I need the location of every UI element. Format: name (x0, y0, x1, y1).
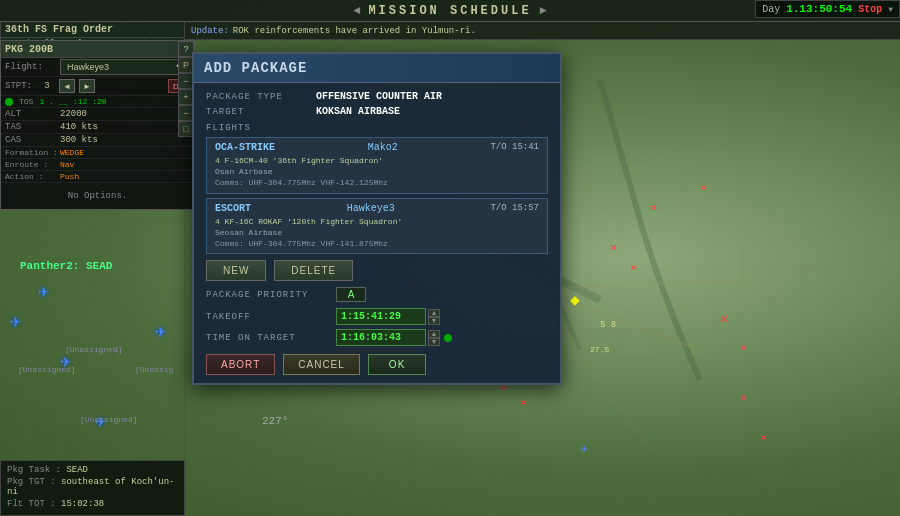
pkg-tgt-label: Pkg TGT : (7, 477, 56, 487)
flight1-to: T/O 15:41 (490, 142, 539, 153)
map-marker-6: ✕ (610, 240, 617, 255)
time-dropdown-arrow[interactable]: ▼ (888, 5, 893, 14)
map-marker-12: ✕ (520, 395, 527, 410)
pkg-enroute-label: Enroute : (5, 160, 60, 169)
flight1-detail: 4 F-16CM-40 '36th Fighter Squadron' Osan… (215, 155, 539, 189)
map-marker-blue-1: ✈ (580, 440, 588, 457)
pkg-action-row: Action : Push (1, 171, 194, 183)
tos-indicator (5, 98, 13, 106)
takeoff-input[interactable] (336, 308, 426, 325)
right-arrow: ► (540, 4, 547, 18)
flt-tot-row: Flt TOT : 15:02:38 (7, 499, 178, 509)
flight2-callsign: Hawkeye3 (347, 203, 395, 214)
left-panel-title: 36th FS Frag Order (1, 22, 184, 38)
flight-block-1: OCA-STRIKE Mako2 T/O 15:41 4 F-16CM-40 '… (206, 137, 548, 194)
ok-button[interactable]: OK (368, 354, 426, 375)
takeoff-up-arrow[interactable]: ▲ (428, 309, 440, 317)
pkg-cas-value: 300 kts (60, 135, 190, 145)
map-marker-14: ✕ (760, 430, 767, 445)
pkg-tas-label: TAS (5, 122, 60, 132)
pkg-tos-label: TOS (19, 97, 33, 106)
flight2-comms: Comms: UHF-304.775Mhz VHF-141.875Mhz (215, 238, 539, 249)
flight1-aircraft: 4 F-16CM-40 '36th Fighter Squadron' (215, 155, 539, 166)
pkg-alt-label: ALT (5, 109, 60, 119)
map-marker-13: ✕ (740, 390, 747, 405)
takeoff-label: Takeoff (206, 312, 336, 322)
pkg-tgt-row: Pkg TGT : southeast of Koch'un-ni (7, 477, 178, 497)
pkg-enroute-row: Enroute : Nav (1, 159, 194, 171)
new-flight-button[interactable]: New (206, 260, 266, 281)
pkg-stpt-label: STPT: (5, 81, 35, 91)
dialog-bottom-buttons: Abort Cancel OK (206, 354, 548, 375)
map-marker-7: ✕ (630, 260, 637, 275)
pkg-flight-select[interactable]: Hawkeye3 (60, 59, 190, 75)
flight1-base: Osan Airbase (215, 166, 539, 177)
target-value: Koksan Airbase (316, 106, 400, 117)
pkg-enroute-value: Nav (60, 160, 74, 169)
map-marker-4: ✕ (720, 310, 728, 327)
pkg-flight-row: Flight: Hawkeye3 (1, 58, 194, 77)
unassigned-label-4: [Unassigned] (80, 415, 138, 424)
pkg-cas-label: CAS (5, 135, 60, 145)
pkg-panel-title: PKG 200B (5, 44, 53, 55)
pkg-panel-header: PKG 200B ✕ (1, 41, 194, 58)
abort-button[interactable]: Abort (206, 354, 275, 375)
takeoff-row: Takeoff ▲ ▼ (206, 308, 548, 325)
unassigned-label-3: [Unassig (135, 365, 173, 374)
tot-row: Time On Target ▲ ▼ (206, 329, 548, 346)
tot-down-arrow[interactable]: ▼ (428, 338, 440, 346)
pkg-action-value: Push (60, 172, 79, 181)
cancel-button[interactable]: Cancel (283, 354, 360, 375)
pkg-task-label: Pkg Task : (7, 465, 61, 475)
tot-indicator (444, 334, 452, 342)
pkg-panel: PKG 200B ✕ Flight: Hawkeye3 STPT: 3 ◄ ► … (0, 40, 195, 210)
pkg-stpt-row: STPT: 3 ◄ ► Del (1, 77, 194, 96)
flight1-role: OCA-STRIKE (215, 142, 275, 153)
pkg-task-value: SEAD (66, 465, 88, 475)
compass: 227° (262, 415, 288, 427)
unassigned-label-1: [Unassigned] (65, 345, 123, 354)
day-label: Day (762, 4, 780, 15)
takeoff-arrows: ▲ ▼ (428, 309, 440, 325)
aircraft-icon-1: ✈ (38, 280, 49, 302)
package-type-field: Package Type Offensive Counter Air (206, 91, 548, 102)
pkg-stpt-value: 3 (39, 81, 55, 91)
pkg-alt-row: ALT 22000 (1, 108, 194, 121)
flight-block-2: ESCORT Hawkeye3 T/O 15:57 4 KF-16C ROKAF… (206, 198, 548, 255)
pkg-formation-label: Formation : (5, 148, 60, 157)
aircraft-icon-2: ✈ (10, 310, 21, 332)
flight1-comms: Comms: UHF-304.775Mhz VHF-142.125Mhz (215, 177, 539, 188)
pkg-tas-value: 410 kts (60, 122, 190, 132)
target-field: Target Koksan Airbase (206, 106, 548, 117)
flt-tot-label: Flt TOT : (7, 499, 56, 509)
panther2-label: Panther2: SEAD (20, 260, 112, 272)
pkg-alt-value: 22000 (60, 109, 190, 119)
map-marker-5: ✕ (740, 340, 747, 355)
priority-input[interactable] (336, 287, 366, 302)
flight2-base: Seosan Airbase (215, 227, 539, 238)
unassigned-label-2: [Unassigned] (18, 365, 76, 374)
stpt-prev-button[interactable]: ◄ (59, 79, 75, 93)
priority-label: Package Priority (206, 290, 336, 300)
delete-flight-button[interactable]: Delete (274, 260, 353, 281)
map-marker-9: ✕ (700, 180, 707, 195)
bottom-left-panel: Pkg Task : SEAD Pkg TGT : southeast of K… (0, 460, 185, 516)
priority-row: Package Priority (206, 287, 548, 302)
map-marker-yellow-1: ◆ (570, 290, 580, 310)
takeoff-down-arrow[interactable]: ▼ (428, 317, 440, 325)
pkg-tas-row: TAS 410 kts (1, 121, 194, 134)
pkg-no-options: No Options. (1, 183, 194, 209)
flt-tot-value: 15:02:38 (61, 499, 104, 509)
pkg-action-label: Action : (5, 172, 60, 181)
tot-up-arrow[interactable]: ▲ (428, 330, 440, 338)
tot-input[interactable] (336, 329, 426, 346)
package-type-value: Offensive Counter Air (316, 91, 442, 102)
pkg-tos-value: 1 . __ :12 :20 (39, 97, 106, 106)
stop-button[interactable]: Stop (858, 4, 882, 15)
flight1-callsign: Mako2 (368, 142, 398, 153)
map-marker-8: ✕ (650, 200, 657, 215)
flights-section: Flights OCA-STRIKE Mako2 T/O 15:41 4 F-1… (206, 123, 548, 254)
pkg-formation-value: WEDGE (60, 148, 84, 157)
map-num-2: 27.5 (590, 345, 609, 354)
stpt-next-button[interactable]: ► (79, 79, 95, 93)
